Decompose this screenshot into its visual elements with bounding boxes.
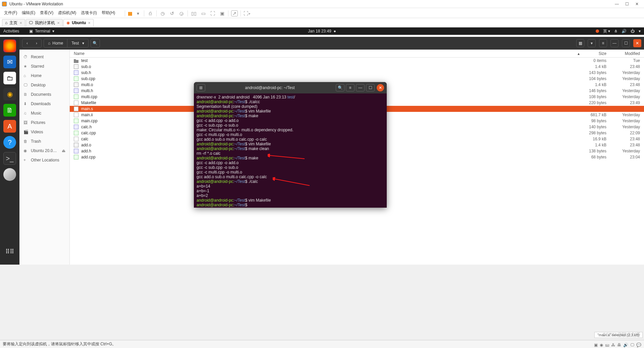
rhythmbox-icon[interactable]: ◉ (3, 88, 16, 100)
device-icon[interactable]: 🖧 (611, 343, 615, 347)
sidebar-item[interactable]: ◉Ubuntu 20.0…⏏ (19, 146, 69, 155)
menu-vm[interactable]: 虚拟机(M) (58, 10, 76, 16)
arrow-annotation-icon (273, 177, 313, 187)
search-button[interactable]: 🔍 (336, 84, 344, 91)
path-test[interactable]: Test ▾ (67, 39, 88, 47)
activities-button[interactable]: Activities (3, 29, 19, 33)
eject-icon[interactable]: ⏏ (62, 148, 65, 153)
device-icon[interactable]: 🖶 (617, 343, 621, 347)
view-dropdown[interactable]: ▾ (588, 39, 596, 47)
back-button[interactable]: ‹ (22, 39, 32, 47)
layout3-icon[interactable]: ⛶ (209, 11, 216, 16)
unity-icon[interactable]: ↗ (231, 10, 238, 16)
col-modified[interactable]: Modified (613, 51, 640, 56)
software-center-icon[interactable]: A (3, 120, 16, 133)
layout1-icon[interactable]: ▯▯ (191, 11, 197, 16)
view-grid-button[interactable]: ▦ (576, 39, 584, 47)
sidebar-item[interactable]: ⏱Recent (19, 52, 69, 62)
app-indicator[interactable]: ▣ Terminal ▾ (29, 29, 54, 33)
menu-view[interactable]: 查看(V) (40, 10, 53, 16)
search-button[interactable]: 🔍 (91, 39, 100, 48)
revert-icon[interactable]: ↺ (169, 11, 175, 16)
tab-mycomputer[interactable]: 🖵 我的计算机 ✕ (26, 19, 63, 26)
thunderbird-icon[interactable]: ✉ (3, 56, 16, 68)
sidebar-item[interactable]: 🗑Trash (19, 137, 69, 146)
close-icon[interactable]: ✕ (19, 21, 22, 25)
files-icon[interactable]: 🗀 (3, 72, 16, 84)
layout2-icon[interactable]: ▭ (200, 11, 207, 16)
dropdown-icon[interactable]: ▾ (135, 11, 141, 16)
close-icon[interactable]: ✕ (57, 21, 60, 25)
app-grid-icon[interactable]: ⠿⠿ (3, 245, 16, 258)
layout4-icon[interactable]: ▣ (219, 11, 225, 16)
power-icon[interactable]: ⏻ (631, 29, 635, 33)
close-icon[interactable]: ✕ (88, 21, 91, 25)
new-tab-button[interactable]: ⊞ (197, 84, 205, 91)
maximize-button[interactable]: ☐ (622, 39, 630, 47)
volume-icon[interactable]: 🔊 (622, 29, 627, 33)
file-row[interactable]: sub.h143 bytesYesterday (70, 70, 644, 76)
disc-icon[interactable] (3, 168, 16, 181)
sidebar-item[interactable]: 🗎Documents (19, 90, 69, 99)
col-size[interactable]: Size (580, 51, 606, 56)
device-icon[interactable]: 🖵 (630, 343, 634, 347)
tab-home[interactable]: ⌂ 主页 ✕ (2, 19, 25, 26)
device-icon[interactable]: 🔊 (623, 343, 628, 347)
help-icon[interactable]: ? (3, 136, 16, 149)
fullscreen-icon[interactable]: ⛶▾ (244, 11, 250, 16)
firefox-icon[interactable] (3, 40, 16, 52)
sidebar-item[interactable]: 🖼Pictures (19, 118, 69, 127)
sidebar-item[interactable]: ⌂Home (19, 71, 69, 80)
sidebar-item[interactable]: 🖵Desktop (19, 80, 69, 90)
pause-icon[interactable]: ▮▮ (128, 11, 132, 16)
device-icon[interactable]: 🖴 (605, 343, 609, 347)
close-button[interactable]: ✕ (377, 84, 384, 91)
send-ctrl-alt-del-icon[interactable]: ⎙ (147, 11, 154, 16)
minimize-button[interactable]: — (610, 39, 619, 47)
menu-tabs[interactable]: 选项卡(I) (81, 10, 97, 16)
sidebar-item[interactable]: 🎬Videos (19, 127, 69, 137)
minimize-button[interactable]: — (612, 2, 622, 6)
file-row[interactable]: sub.o1.4 kB23:48 (70, 64, 644, 70)
snapshot-icon[interactable]: ◷ (159, 11, 166, 16)
vmware-device-icons: ▣ ◉ 🖴 🖧 🖶 🔊 🖵 💬 (594, 343, 641, 347)
menu-help[interactable]: 帮助(H) (102, 10, 115, 16)
terminal-window: ⊞ android@android-pc: ~/Test 🔍 ≡ — ☐ ✕ d… (194, 82, 387, 208)
file-row[interactable]: sub.cpp104 bytesYesterday (70, 76, 644, 82)
file-icon (74, 64, 78, 69)
file-modified: Yesterday (613, 70, 640, 75)
message-icon[interactable]: 💬 (636, 343, 641, 347)
device-icon[interactable]: ▣ (594, 343, 598, 347)
maximize-button[interactable]: ☐ (366, 84, 375, 91)
path-home[interactable]: ⌂Home (44, 39, 67, 47)
sidebar-item[interactable]: ⬇Downloads (19, 99, 69, 109)
menu-file[interactable]: 文件(F) (4, 10, 17, 16)
separator (187, 10, 188, 16)
col-name[interactable]: Name (74, 51, 578, 56)
device-icon[interactable]: ◉ (600, 343, 603, 347)
libreoffice-writer-icon[interactable]: 🗎 (3, 104, 16, 117)
network-icon[interactable]: ⋔ (614, 29, 618, 33)
maximize-button[interactable]: ☐ (622, 2, 632, 6)
forward-button[interactable]: › (32, 39, 41, 47)
hamburger-button[interactable]: ≡ (346, 84, 355, 91)
hamburger-button[interactable]: ≡ (599, 39, 607, 47)
sidebar-item[interactable]: ♫Music (19, 109, 69, 118)
terminal-body[interactable]: drwxrwxr-x 2 android android 4096 Jan 16… (194, 93, 387, 208)
file-size: 681.7 kB (580, 113, 606, 117)
tab-ubuntu[interactable]: ◉ Ubuntu ✕ (63, 19, 94, 26)
file-row[interactable]: test0 itemsTue (70, 58, 644, 64)
sidebar-item[interactable]: ★Starred (19, 62, 69, 71)
file-size: 98 bytes (580, 119, 606, 123)
close-button[interactable]: ✕ (633, 39, 641, 47)
vmware-hint-bar: 要将输入定向到该虚拟机，请将鼠标指针移入其中或按 Ctrl+G。 ▣ ◉ 🖴 🖧… (0, 340, 644, 348)
lang-indicator[interactable]: 英 ▾ (603, 28, 610, 34)
manage-icon[interactable]: ◶ (178, 11, 185, 16)
terminal-icon[interactable]: >_ (3, 152, 16, 165)
minimize-button[interactable]: — (356, 84, 365, 91)
menu-edit[interactable]: 编辑(E) (22, 10, 35, 16)
sidebar-item[interactable]: +Other Locations (19, 155, 69, 165)
close-button[interactable]: ✕ (632, 2, 642, 6)
notification-dot-icon[interactable] (596, 29, 599, 33)
clock[interactable]: Jan 18 23:49 ● (308, 29, 336, 33)
